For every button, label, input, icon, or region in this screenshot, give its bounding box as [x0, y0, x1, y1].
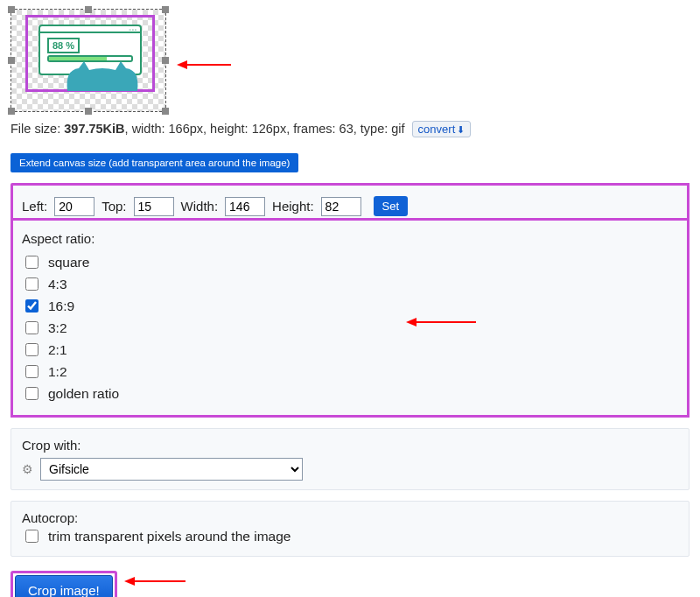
crop-button-highlight: Crop image! — [10, 571, 117, 597]
aspect-4-3[interactable] — [25, 277, 38, 291]
resize-handle[interactable] — [8, 108, 15, 115]
top-label: Top: — [102, 199, 126, 214]
download-icon: ⬇ — [457, 124, 465, 135]
aspect-label: 4:3 — [48, 277, 67, 292]
file-size: 397.75KiB — [64, 122, 124, 136]
resize-handle[interactable] — [162, 108, 169, 115]
set-button[interactable]: Set — [374, 196, 409, 216]
aspect-1-2[interactable] — [25, 365, 38, 378]
aspect-3-2[interactable] — [25, 321, 38, 334]
preview-percent: 88 % — [47, 38, 80, 53]
annotation-arrow — [406, 317, 476, 327]
crop-coordinates: Left: Top: Width: Height: Set — [10, 183, 690, 221]
aspect-16-9[interactable] — [25, 299, 38, 313]
convert-button[interactable]: convert⬇ — [412, 121, 472, 137]
resize-handle[interactable] — [8, 57, 15, 64]
aspect-square[interactable] — [25, 256, 38, 269]
left-label: Left: — [22, 199, 47, 214]
aspect-label: golden ratio — [48, 386, 119, 402]
aspect-label: square — [48, 255, 89, 270]
file-info: File size: 397.75KiB, width: 166px, heig… — [10, 121, 690, 137]
left-input[interactable] — [54, 197, 94, 216]
preview-mascot — [63, 61, 142, 91]
width-input[interactable] — [225, 197, 265, 216]
aspect-2-1[interactable] — [25, 343, 38, 356]
autocrop-panel: Autocrop: trim transparent pixels around… — [10, 501, 690, 557]
resize-handle[interactable] — [8, 6, 15, 13]
aspect-label: 2:1 — [48, 342, 67, 358]
autocrop-label: Autocrop: — [22, 510, 678, 525]
resize-handle[interactable] — [85, 6, 92, 13]
file-dimensions: , width: 166px, height: 126px, frames: 6… — [125, 122, 405, 136]
extend-canvas-button[interactable]: Extend canvas size (add transparent area… — [10, 153, 298, 172]
svg-marker-1 — [177, 60, 187, 69]
height-label: Height: — [272, 199, 314, 214]
aspect-label: 3:2 — [48, 320, 67, 336]
svg-marker-5 — [124, 577, 135, 586]
top-input[interactable] — [134, 197, 174, 216]
width-label: Width: — [181, 199, 219, 214]
image-canvas[interactable]: ▫▫▫ 88 % — [10, 9, 166, 112]
aspect-label: 1:2 — [48, 364, 67, 380]
svg-marker-3 — [406, 318, 416, 327]
annotation-arrow — [177, 60, 231, 70]
autocrop-option-label: trim transparent pixels around the image — [48, 529, 290, 544]
aspect-ratio-title: Aspect ratio: — [22, 231, 678, 246]
resize-handle[interactable] — [162, 57, 169, 64]
aspect-label: 16:9 — [48, 298, 74, 314]
crop-preview[interactable]: ▫▫▫ 88 % — [10, 9, 690, 114]
height-input[interactable] — [321, 197, 361, 216]
crop-selection[interactable]: ▫▫▫ 88 % — [25, 15, 155, 92]
aspect-ratio-panel: Aspect ratio: square 4:3 16:9 3:2 2:1 1:… — [10, 221, 690, 418]
resize-handle[interactable] — [85, 108, 92, 115]
autocrop-trim[interactable] — [25, 530, 38, 543]
annotation-arrow — [124, 576, 186, 586]
resize-handle[interactable] — [162, 6, 169, 13]
aspect-golden[interactable] — [25, 387, 38, 400]
file-size-label: File size: — [10, 122, 64, 136]
crop-image-button[interactable]: Crop image! — [15, 575, 113, 597]
crop-engine-select[interactable]: Gifsicle — [40, 458, 303, 481]
crop-with-label: Crop with: — [22, 438, 678, 453]
gear-icon: ⚙ — [22, 462, 33, 476]
crop-with-panel: Crop with: ⚙ Gifsicle — [10, 428, 690, 490]
